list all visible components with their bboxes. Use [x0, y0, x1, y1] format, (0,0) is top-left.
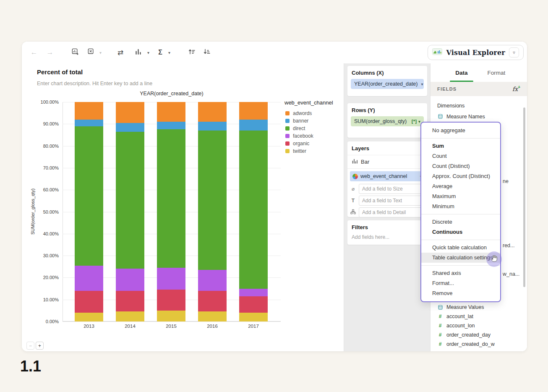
size-field-dropzone[interactable]: Add a field to Size: [359, 184, 425, 194]
bar-segment-twitter[interactable]: [198, 311, 227, 321]
hash-icon: #: [437, 332, 443, 338]
menu-item-sum[interactable]: Sum: [421, 141, 500, 151]
rows-shelf: Rows (Y) SUM(order_gloss_qty) [*] ▾: [347, 103, 427, 138]
hand-cursor-icon: [490, 254, 498, 264]
tab-format[interactable]: Format: [482, 63, 511, 82]
chart-canvas: Percent of total Enter chart description…: [22, 63, 344, 351]
bar-segment-direct[interactable]: [198, 131, 227, 270]
bar-segment-banner[interactable]: [116, 123, 144, 132]
legend-item-twitter[interactable]: twitter: [285, 147, 313, 155]
bar-segment-adwords[interactable]: [116, 102, 144, 123]
bar-segment-banner[interactable]: [239, 120, 268, 131]
sort-descending-button[interactable]: [201, 42, 213, 63]
bar-segment-twitter[interactable]: [157, 311, 185, 321]
bar-segment-facebook[interactable]: [157, 268, 185, 290]
brand-caret-button[interactable]: ▿: [509, 47, 519, 57]
legend-item-organic[interactable]: organic: [285, 140, 313, 147]
bar-segment-adwords[interactable]: [239, 102, 268, 120]
chart-title[interactable]: Percent of total: [37, 68, 83, 76]
menu-item-maximum[interactable]: Maximum: [421, 191, 500, 201]
bar-segment-direct[interactable]: [239, 131, 268, 289]
menu-item-continuous[interactable]: Continuous: [421, 227, 500, 237]
field-item-account-lon[interactable]: #account_lon: [431, 321, 527, 330]
menu-item-shared-axis[interactable]: Shared axis: [421, 268, 500, 278]
zoom-out-button[interactable]: −: [26, 342, 34, 350]
legend-title: web_event_channel: [284, 99, 333, 106]
remove-chart-button[interactable]: [85, 42, 97, 63]
menu-item-remove[interactable]: Remove: [421, 288, 500, 298]
sort-ascending-button[interactable]: [185, 42, 198, 63]
filters-dropzone[interactable]: Add fields here...: [347, 233, 427, 241]
aggregate-menu-button[interactable]: ▾: [165, 42, 172, 63]
columns-field-pill[interactable]: YEAR(order_created_date) ▾: [351, 79, 424, 89]
remove-chart-menu-button[interactable]: ▾: [97, 42, 103, 63]
bar-segment-twitter[interactable]: [75, 313, 103, 321]
color-field-pill[interactable]: web_event_channel ▾: [350, 171, 425, 181]
menu-item-average[interactable]: Average: [421, 181, 500, 191]
bar-segment-adwords[interactable]: [198, 102, 227, 122]
dimensions-list: Measure Names: [431, 111, 527, 122]
bar-segment-adwords[interactable]: [75, 102, 103, 120]
formula-add-button[interactable]: fx +: [512, 86, 520, 92]
bar-segment-twitter[interactable]: [239, 313, 268, 321]
chart-description-input[interactable]: Enter chart description. Hit Enter key t…: [37, 81, 152, 86]
field-item-account-lat[interactable]: #account_lat: [431, 312, 527, 321]
bar-segment-organic[interactable]: [239, 296, 268, 313]
swap-axes-button[interactable]: ⇄: [114, 42, 127, 63]
field-item-measure-names[interactable]: Measure Names: [431, 111, 527, 122]
field-item-order-created-day[interactable]: #order_created_day: [431, 330, 527, 340]
brand-selector[interactable]: Visual Explorer ▿: [428, 45, 524, 60]
duplicate-chart-button[interactable]: [69, 42, 81, 63]
y-tick-label: 10.00%: [22, 297, 59, 303]
menu-item-discrete[interactable]: Discrete: [421, 217, 500, 227]
bar-segment-organic[interactable]: [116, 291, 144, 312]
bar-segment-direct[interactable]: [157, 129, 185, 267]
x-tick-label: 2017: [241, 324, 266, 329]
chart-type-menu-button[interactable]: ▾: [144, 42, 151, 63]
menu-item-minimum[interactable]: Minimum: [421, 201, 500, 212]
bar-segment-direct[interactable]: [116, 132, 144, 269]
bar-segment-facebook[interactable]: [239, 289, 268, 296]
bar-segment-organic[interactable]: [198, 291, 227, 312]
zoom-in-button[interactable]: +: [36, 342, 44, 350]
menu-item-approx-count-distinct[interactable]: Approx. Count (Distinct): [421, 171, 500, 181]
menu-item-no-aggregate[interactable]: No aggregate: [421, 125, 500, 136]
bar-segment-direct[interactable]: [75, 126, 103, 266]
minus-icon: −: [29, 343, 32, 349]
text-field-dropzone[interactable]: Add a field to Text: [359, 196, 425, 206]
bar-segment-facebook[interactable]: [198, 270, 227, 291]
legend-item-banner[interactable]: banner: [285, 117, 313, 125]
bar-segment-banner[interactable]: [157, 122, 185, 129]
bar-segment-facebook[interactable]: [116, 269, 144, 290]
detail-field-dropzone[interactable]: Add a field to Detail: [359, 207, 425, 217]
menu-item-format[interactable]: Format...: [421, 278, 500, 288]
bar-segment-banner[interactable]: [198, 122, 227, 131]
bar-segment-facebook[interactable]: [75, 266, 103, 291]
menu-item-count[interactable]: Count: [421, 151, 500, 161]
bar-segment-organic[interactable]: [75, 291, 103, 313]
legend-label: direct: [293, 125, 305, 131]
legend-item-facebook[interactable]: facebook: [285, 132, 313, 140]
bar-segment-adwords[interactable]: [157, 102, 185, 122]
menu-item-count-distinct[interactable]: Count (Distinct): [421, 161, 500, 171]
back-button[interactable]: ←: [28, 42, 40, 63]
rows-pill-label: SUM(order_gloss_qty): [354, 118, 407, 124]
chart-type-button[interactable]: [133, 42, 144, 63]
menu-item-quick-table-calculation[interactable]: Quick table calculation: [421, 243, 500, 253]
forward-button[interactable]: →: [44, 42, 56, 63]
bar-segment-organic[interactable]: [157, 290, 185, 311]
scrollbar[interactable]: [523, 107, 525, 287]
bar-segment-banner[interactable]: [75, 120, 103, 126]
plot-area: [63, 102, 281, 321]
mark-type-row[interactable]: Bar: [347, 155, 427, 169]
bar-segment-twitter[interactable]: [116, 311, 144, 321]
legend-item-adwords[interactable]: adwords: [285, 110, 313, 117]
aggregate-button[interactable]: Σ: [155, 42, 165, 63]
field-item-measure-values[interactable]: Measure Values: [431, 303, 527, 312]
field-item-order-created-do-w[interactable]: #order_created_do_w: [431, 340, 527, 349]
slide-number-label: 1.1: [20, 358, 41, 375]
legend-label: adwords: [293, 110, 312, 116]
tab-data[interactable]: Data: [447, 63, 476, 82]
rows-field-pill[interactable]: SUM(order_gloss_qty) [*] ▾: [351, 116, 424, 126]
legend-item-direct[interactable]: direct: [285, 125, 313, 132]
